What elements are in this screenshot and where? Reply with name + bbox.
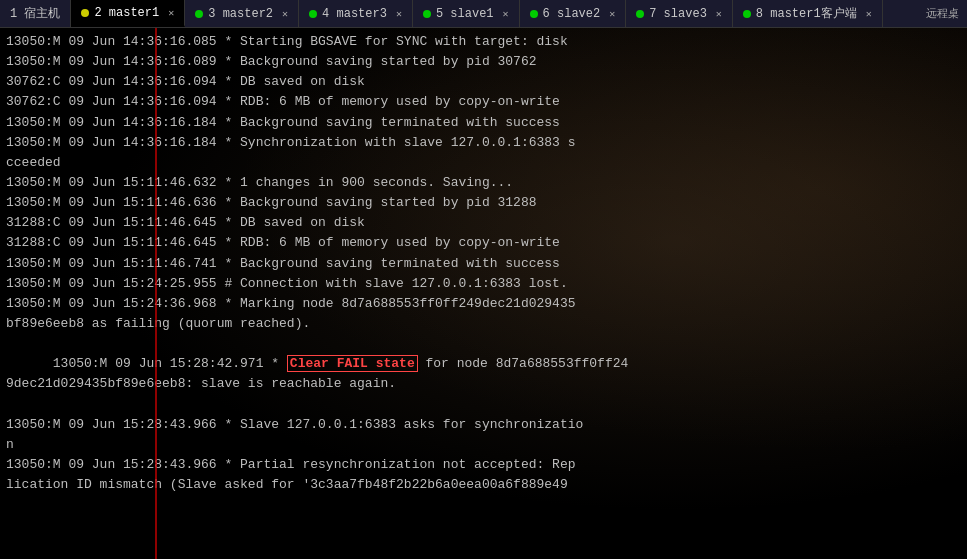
log-line: 13050:M 09 Jun 15:28:43.966 * Slave 127.…: [6, 415, 961, 455]
tab-host[interactable]: 1 宿主机: [0, 0, 71, 27]
tabs-bar: 1 宿主机 2 master1 ✕ 3 master2 ✕ 4 master3 …: [0, 0, 967, 28]
tab-host-label: 1 宿主机: [10, 5, 60, 22]
tab-master1-client-label: 8 master1客户端: [756, 5, 857, 22]
tab-slave3-label: 7 slave3: [649, 7, 707, 21]
tab-master3-close[interactable]: ✕: [396, 8, 402, 20]
tab-slave3-close[interactable]: ✕: [716, 8, 722, 20]
corner-button-label: 远程桌: [926, 6, 959, 21]
tab-master1-client[interactable]: 8 master1客户端 ✕: [733, 0, 883, 27]
tab-master1-close[interactable]: ✕: [168, 7, 174, 19]
tab-slave2-close[interactable]: ✕: [609, 8, 615, 20]
log-line: 31288:C 09 Jun 15:11:46.645 * RDB: 6 MB …: [6, 233, 961, 253]
log-line: 30762:C 09 Jun 14:36:16.094 * DB saved o…: [6, 72, 961, 92]
tab-master3-label: 4 master3: [322, 7, 387, 21]
tab-master1-client-close[interactable]: ✕: [866, 8, 872, 20]
log-line: 13050:M 09 Jun 14:36:16.184 * Synchroniz…: [6, 133, 961, 173]
log-line: 13050:M 09 Jun 15:24:25.955 # Connection…: [6, 274, 961, 294]
tab-slave2[interactable]: 6 slave2 ✕: [520, 0, 627, 27]
log-content: 13050:M 09 Jun 14:36:16.085 * Starting B…: [0, 28, 967, 499]
log-line: 30762:C 09 Jun 14:36:16.094 * RDB: 6 MB …: [6, 92, 961, 112]
log-line: 13050:M 09 Jun 14:36:16.184 * Background…: [6, 113, 961, 133]
tab-master1-dot: [81, 9, 89, 17]
tab-master2-dot: [195, 10, 203, 18]
tab-slave2-label: 6 slave2: [543, 7, 601, 21]
log-line: 13050:M 09 Jun 15:28:43.966 * Partial re…: [6, 455, 961, 495]
tab-slave3-dot: [636, 10, 644, 18]
log-prefix: 13050:M 09 Jun 15:28:42.971 *: [53, 356, 287, 371]
tab-master2-close[interactable]: ✕: [282, 8, 288, 20]
tab-slave1-label: 5 slave1: [436, 7, 494, 21]
tab-master2-label: 3 master2: [208, 7, 273, 21]
log-line: 13050:M 09 Jun 15:24:36.968 * Marking no…: [6, 294, 961, 334]
tab-master2[interactable]: 3 master2 ✕: [185, 0, 299, 27]
log-line: 13050:M 09 Jun 15:11:46.636 * Background…: [6, 193, 961, 213]
tab-slave3[interactable]: 7 slave3 ✕: [626, 0, 733, 27]
clear-fail-state-highlight: Clear FAIL state: [287, 355, 418, 372]
tab-master1[interactable]: 2 master1 ✕: [71, 0, 185, 27]
tab-slave1-close[interactable]: ✕: [503, 8, 509, 20]
log-line: 13050:M 09 Jun 14:36:16.089 * Background…: [6, 52, 961, 72]
log-line: 13050:M 09 Jun 15:11:46.632 * 1 changes …: [6, 173, 961, 193]
tab-slave2-dot: [530, 10, 538, 18]
tab-slave1-dot: [423, 10, 431, 18]
log-line: 31288:C 09 Jun 15:11:46.645 * DB saved o…: [6, 213, 961, 233]
log-line: 13050:M 09 Jun 15:11:46.741 * Background…: [6, 254, 961, 274]
tab-master1-label: 2 master1: [94, 6, 159, 20]
tab-master3[interactable]: 4 master3 ✕: [299, 0, 413, 27]
terminal-area: 13050:M 09 Jun 14:36:16.085 * Starting B…: [0, 28, 967, 559]
tab-slave1[interactable]: 5 slave1 ✕: [413, 0, 520, 27]
tab-master3-dot: [309, 10, 317, 18]
log-line-highlight: 13050:M 09 Jun 15:28:42.971 * Clear FAIL…: [6, 334, 961, 415]
red-line: [155, 28, 157, 559]
log-line: 13050:M 09 Jun 14:36:16.085 * Starting B…: [6, 32, 961, 52]
tab-master1-client-dot: [743, 10, 751, 18]
corner-button[interactable]: 远程桌: [918, 0, 967, 27]
